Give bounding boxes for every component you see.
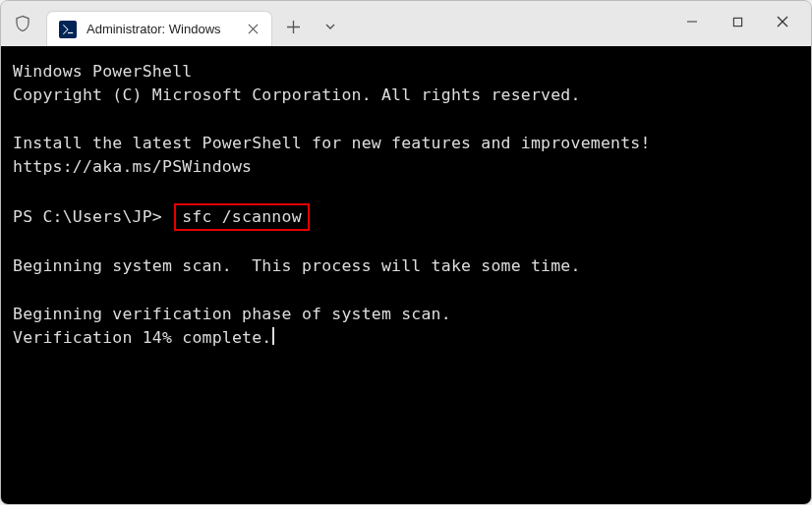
cursor bbox=[272, 327, 274, 345]
svg-rect-0 bbox=[68, 31, 73, 32]
tab-title: Administrator: Windows bbox=[87, 22, 234, 36]
maximize-button[interactable] bbox=[715, 4, 760, 39]
svg-rect-6 bbox=[733, 18, 741, 26]
terminal-line: Verification 14% complete. bbox=[13, 328, 271, 347]
terminal-line: Install the latest PowerShell for new fe… bbox=[13, 134, 651, 152]
close-button[interactable] bbox=[760, 4, 805, 39]
terminal-line: Windows PowerShell bbox=[13, 62, 192, 81]
titlebar: Administrator: Windows bbox=[1, 1, 811, 46]
shield-icon bbox=[11, 12, 34, 35]
terminal-line: Beginning system scan. This process will… bbox=[13, 256, 581, 275]
terminal-line: Beginning verification phase of system s… bbox=[13, 305, 451, 323]
command-highlight: sfc /scannow bbox=[174, 203, 310, 231]
powershell-icon bbox=[59, 21, 77, 38]
tab-active[interactable]: Administrator: Windows bbox=[46, 11, 272, 46]
minimize-button[interactable] bbox=[669, 4, 715, 39]
tab-close-button[interactable] bbox=[244, 21, 261, 38]
terminal-prompt: PS C:\Users\JP> bbox=[13, 207, 162, 226]
tab-dropdown-button[interactable] bbox=[314, 10, 347, 43]
terminal-output[interactable]: Windows PowerShell Copyright (C) Microso… bbox=[1, 46, 811, 504]
new-tab-button[interactable] bbox=[276, 10, 310, 43]
terminal-window: Administrator: Windows bbox=[0, 0, 812, 505]
terminal-line: Copyright (C) Microsoft Corporation. All… bbox=[13, 85, 581, 104]
window-controls bbox=[669, 4, 805, 39]
terminal-line: https://aka.ms/PSWindows bbox=[13, 157, 252, 176]
